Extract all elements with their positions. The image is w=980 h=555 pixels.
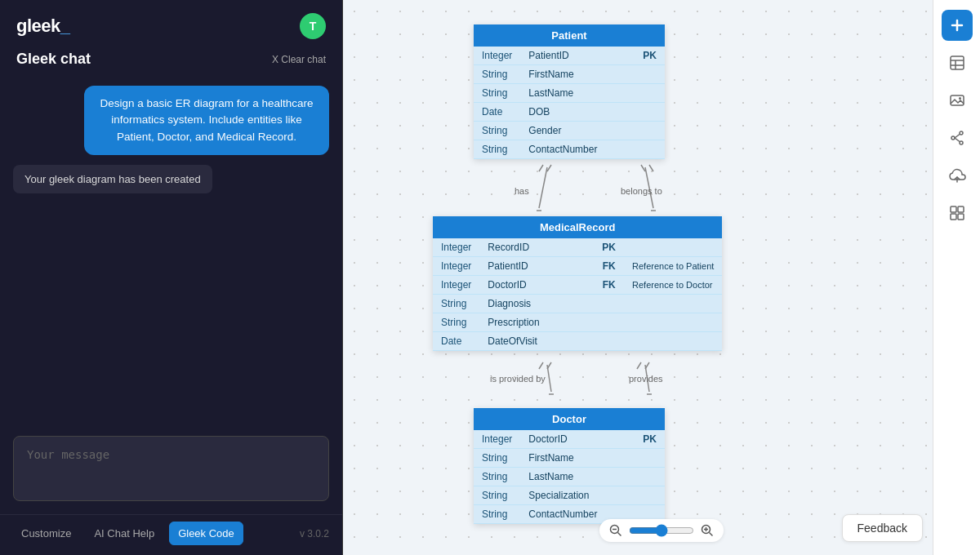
grid-button[interactable] (942, 198, 973, 229)
key-cell: FK (594, 257, 624, 276)
field-cell: LastName (520, 468, 635, 486)
user-avatar[interactable]: T (300, 13, 326, 39)
type-cell: Integer (433, 276, 479, 295)
table-row: String FirstName (474, 65, 665, 84)
svg-point-7 (959, 97, 961, 100)
key-cell: FK (594, 276, 624, 295)
image-button[interactable] (942, 85, 973, 116)
share-button[interactable] (942, 122, 973, 153)
field-cell: DoctorID (520, 430, 635, 449)
key-cell (594, 313, 624, 332)
field-cell: FirstName (520, 65, 635, 84)
table-row: Date DOB (474, 103, 665, 122)
sidebar: gleek_ T Gleek chat X Clear chat Design … (0, 0, 343, 555)
desc-cell (624, 238, 722, 257)
type-cell: String (474, 468, 520, 486)
field-cell: Prescription (479, 313, 594, 332)
svg-rect-16 (951, 214, 956, 220)
type-cell: Date (433, 332, 479, 351)
medical-record-table: MedicalRecord Integer RecordID PKInteger… (433, 216, 722, 351)
customize-button[interactable]: Customize (13, 522, 79, 544)
feedback-button[interactable]: Feedback (842, 514, 923, 542)
clear-chat-button[interactable]: X Clear chat (272, 54, 326, 65)
logo-underscore: _ (60, 16, 70, 36)
svg-line-35 (618, 533, 621, 536)
plus-icon (950, 18, 964, 33)
sidebar-header: gleek_ T (0, 0, 342, 47)
table-button[interactable] (942, 47, 973, 78)
table-row: Integer DoctorID PK (474, 430, 665, 449)
svg-line-20 (547, 165, 551, 171)
medical-record-title: MedicalRecord (433, 216, 722, 238)
type-cell: Integer (433, 257, 479, 276)
svg-line-27 (539, 362, 543, 369)
svg-point-9 (960, 141, 963, 144)
svg-line-30 (645, 365, 649, 392)
field-cell: PatientID (520, 47, 635, 65)
diagram-container: has belongs to is provided by provides P… (408, 8, 931, 514)
system-message: Your gleek diagram has been created (13, 165, 212, 193)
zoom-out-button[interactable] (609, 524, 622, 537)
table-row: Integer DoctorID FKReference to Doctor (433, 276, 722, 295)
doctor-title: Doctor (474, 408, 665, 430)
svg-line-38 (710, 533, 713, 536)
svg-point-10 (951, 136, 955, 140)
version-label: v 3.0.2 (300, 528, 329, 539)
key-cell (594, 295, 624, 313)
zoom-in-button[interactable] (701, 524, 714, 537)
input-area (0, 426, 342, 514)
field-cell: PatientID (479, 257, 594, 276)
field-cell: Specialization (520, 486, 635, 505)
field-cell: Gender (520, 122, 635, 140)
field-cell: Diagnosis (479, 295, 594, 313)
zoom-slider[interactable] (629, 524, 694, 537)
table-row: Date DateOfVisit (433, 332, 722, 351)
svg-line-28 (547, 362, 551, 369)
cloud-button[interactable] (942, 160, 973, 191)
gleek-code-button[interactable]: Gleek Code (169, 522, 243, 545)
svg-rect-6 (951, 95, 964, 105)
key-cell (635, 122, 665, 140)
zoom-out-icon (609, 524, 622, 537)
svg-point-8 (960, 131, 963, 135)
desc-cell: Reference to Patient (624, 257, 722, 276)
svg-line-22 (645, 167, 653, 208)
ai-chat-button[interactable]: AI Chat Help (86, 522, 163, 544)
field-cell: DateOfVisit (479, 332, 594, 351)
type-cell: String (474, 84, 520, 103)
type-cell: Date (474, 103, 520, 122)
field-cell: DoctorID (479, 276, 594, 295)
key-cell: PK (635, 430, 665, 449)
key-cell (635, 486, 665, 505)
table-row: String Gender (474, 122, 665, 140)
type-cell: Integer (433, 238, 479, 257)
svg-line-31 (637, 362, 641, 369)
type-cell: String (474, 449, 520, 468)
desc-cell (624, 332, 722, 351)
type-cell: String (474, 505, 520, 524)
cloud-icon (948, 167, 966, 184)
chat-title-row: Gleek chat X Clear chat (0, 47, 342, 78)
key-cell (635, 140, 665, 159)
field-cell: DOB (520, 103, 635, 122)
message-input[interactable] (13, 436, 329, 501)
type-cell: String (474, 65, 520, 84)
patient-table: Patient Integer PatientID PKString First… (474, 24, 665, 159)
field-cell: RecordID (479, 238, 594, 257)
svg-line-12 (955, 138, 960, 142)
bottom-bar: Customize AI Chat Help Gleek Code v 3.0.… (0, 514, 342, 555)
user-message: Design a basic ER diagram for a healthca… (84, 86, 329, 155)
messages-container: Design a basic ER diagram for a healthca… (0, 78, 342, 426)
add-button[interactable] (942, 10, 973, 41)
key-cell: PK (594, 238, 624, 257)
type-cell: String (433, 313, 479, 332)
key-cell (635, 65, 665, 84)
svg-rect-17 (958, 214, 964, 220)
svg-line-11 (955, 135, 960, 139)
type-cell: String (474, 122, 520, 140)
right-toolbar (933, 0, 980, 555)
svg-line-32 (645, 362, 649, 369)
provides-label: provides (629, 374, 663, 384)
zoom-in-icon (701, 524, 714, 537)
table-row: String LastName (474, 84, 665, 103)
